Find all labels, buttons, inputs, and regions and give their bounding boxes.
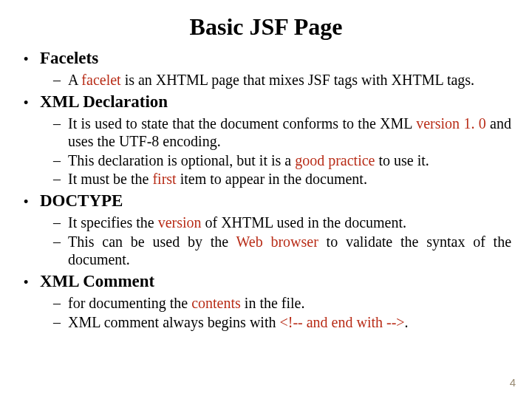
section-facelets: • Facelets – A facelet is an XHTML page … [24, 48, 511, 89]
list-item: – This can be used by the Web browser to… [53, 233, 511, 269]
dash-marker: – [53, 294, 68, 312]
section-xml-declaration: • XML Declaration – It is used to state … [24, 92, 511, 188]
text-pre: for documenting the [68, 295, 191, 311]
list-item: – for documenting the contents in the fi… [53, 294, 511, 312]
section-heading: DOCTYPE [40, 191, 123, 212]
text-pre: This can be used by the [68, 233, 236, 250]
dash-marker: – [53, 151, 68, 169]
dash-marker: – [53, 233, 68, 250]
text-highlight: facelet [81, 72, 120, 88]
dash-marker: – [53, 214, 68, 231]
text-pre: A [68, 72, 81, 88]
dash-marker: – [53, 115, 68, 132]
content-list: • Facelets – A facelet is an XHTML page … [21, 48, 511, 331]
bullet-marker: • [24, 95, 40, 112]
list-item: – XML comment always begins with <!-- an… [53, 313, 511, 331]
text-post: . [405, 314, 409, 330]
list-item: – It is used to state that the document … [53, 115, 511, 151]
list-item: – A facelet is an XHTML page that mixes … [53, 71, 511, 89]
section-heading: Facelets [40, 48, 98, 69]
section-heading: XML Declaration [40, 92, 168, 113]
section-doctype: • DOCTYPE – It specifies the version of … [24, 191, 511, 268]
list-item: – It specifies the version of XHTML used… [53, 214, 511, 231]
text-highlight: first [152, 171, 176, 187]
text-post: to use it. [375, 152, 429, 168]
text-highlight: good practice [295, 152, 375, 168]
text-pre: It must be the [68, 171, 152, 187]
text-highlight: version 1. 0 [416, 115, 486, 132]
bullet-marker: • [24, 194, 40, 211]
text-highlight: Web browser [236, 233, 318, 250]
section-heading: XML Comment [40, 271, 154, 293]
text-highlight: version [158, 214, 202, 231]
list-item: – It must be the first item to appear in… [53, 170, 511, 188]
text-post: in the file. [241, 295, 305, 311]
text-pre: XML comment always begins with [68, 314, 279, 330]
text-pre: It specifies the [68, 214, 158, 231]
text-highlight: contents [191, 295, 241, 311]
bullet-marker: • [24, 274, 40, 291]
text-post: item to appear in the document. [177, 171, 367, 187]
text-highlight: <!-- and end with --> [279, 314, 404, 330]
text-pre: It is used to state that the document co… [68, 115, 416, 132]
list-item: – This declaration is optional, but it i… [53, 151, 511, 169]
dash-marker: – [53, 313, 68, 331]
text-post: of XHTML used in the document. [202, 214, 407, 231]
text-pre: This declaration is optional, but it is … [68, 152, 295, 168]
dash-marker: – [53, 170, 68, 188]
text-post: is an XHTML page that mixes JSF tags wit… [121, 72, 474, 88]
bullet-marker: • [24, 51, 40, 68]
dash-marker: – [53, 71, 68, 89]
section-xml-comment: • XML Comment – for documenting the cont… [24, 271, 511, 331]
slide-title: Basic JSF Page [21, 13, 511, 41]
page-number: 4 [510, 376, 516, 389]
